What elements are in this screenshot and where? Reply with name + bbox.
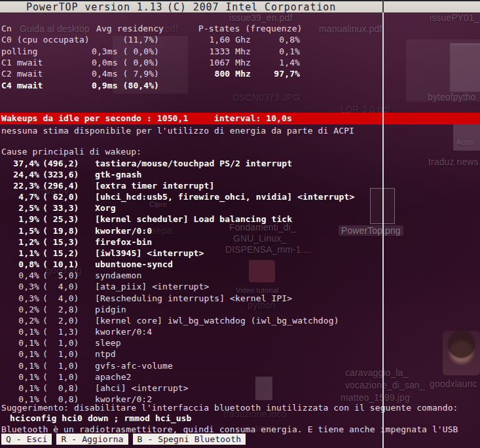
key-hint-button[interactable]: B - Spegni Bluetooth [133,434,246,445]
acpi-estimate-line: nessuna stima disponibile per l'utilizzo… [0,125,480,136]
desktop-icon-label: byteofpytho [428,92,476,102]
wakeup-row: 37,4%(496,2)tastiera/mouse/touchpad PS/2… [0,158,480,169]
cstate-col-pstates: P-states (frequenze) [198,23,303,34]
wakeups-alert-bar: Wakeups da idle per secondo : 1050,1 int… [0,113,480,124]
desktop-icon-label: issuePY01_i [430,12,480,23]
wakeup-row: 0,1%( 1,0)apache2 [0,371,480,383]
desktop-icon-label: DSCN0373.JPG [232,92,300,103]
wakeup-row: 0,1%( 1,0)ntpd [0,348,480,360]
window-edge-line-top [382,0,384,12]
cstate-col-avg: Avg residency [96,23,164,34]
desktop-icon-label: Austr [456,138,473,146]
wakeup-row: 0,1%( 1,3)kworker/0:4 [0,326,480,337]
wakeup-row: 1,1%( 15,2)[iwl3945] <interrupt> [0,248,480,259]
wakeup-row: 0,1%( 1,0)sleep [0,337,480,348]
wakeups-count-label: Wakeups da idle per secondo : 1050,1 [1,113,188,124]
suggestion-line: Suggerimento: disabilitare l'interfaccia… [0,402,480,413]
cstate-row: C2 mwait0,4ms ( 7,9%)800 Mhz97,7% [0,68,480,79]
wakeup-row: 0,2%( 2,8)pidgin [0,304,480,315]
wakeup-causes-header: Cause principali di wakeup: [0,146,480,157]
powertop-terminal-screen: issue39_en.pdfGuida al desktopu.pdfmanua… [0,0,480,448]
wakeup-row: 0,8%( 10,1)ubuntuone-syncd [0,259,480,270]
key-hint-button[interactable]: R - Aggiorna [56,434,128,445]
cstate-col-cn: Cn [1,23,12,34]
key-hint-bar: Q - EsciR - AggiornaB - Spegni Bluetooth [1,434,246,445]
wakeup-row: 22,3%(296,4)[extra timer interrupt] [0,180,480,191]
wakeup-row: 0,1%( 1,0)gvfs-afc-volume [0,360,480,371]
suggestion-command: hciconfig hci0 down ; rmmod hci_usb [0,413,480,424]
wakeup-row: 0,4%( 5,0)syndaemon [0,270,480,281]
key-hint-button[interactable]: Q - Esci [1,434,52,445]
window-edge-line [382,12,384,448]
cstate-row: C4 mwait0,9ms (80,4%) [0,80,480,91]
cstate-table-header: Cn Avg residency P-states (frequenze) [0,23,480,34]
copyright-label: (C) 2007 Intel Corporation [167,1,336,13]
desktop-icon-label: issue39_en.pdf [229,12,292,23]
wakeup-row: 0,3%( 4,0)[Rescheduling interrupts] <ker… [0,293,480,304]
interval-label: interval: 10,0s [214,113,292,124]
wakeup-row: 0,3%( 4,0)[ata_piix] <interrupt> [0,281,480,292]
wakeup-row: 24,4%(323,6)gtk-gnash [0,169,480,180]
cstate-row: C0 (cpu occupata) (11,7%)1,60 Ghz0,8% [0,34,480,45]
wakeup-row: 1,2%( 15,3)firefox-bin [0,236,480,248]
cstate-row: polling0,3ms ( 0,0%)1333 Mhz0,1% [0,46,480,57]
wakeup-row: 1,5%( 19,8)kworker/0:0 [0,225,480,236]
wakeup-row: 0,2%( 2,0)[kernel core] iwl_bg_watchdog … [0,315,480,326]
app-title: PowerTOP version 1.13 [26,1,163,13]
cstate-row: C1 mwait0,0ms ( 0,0%)1067 Mhz1,4% [0,57,480,68]
wakeup-row: 4,7%( 62,0)[uhci_hcd:usb5, firewire_ohci… [0,191,480,202]
wakeup-row: 2,5%( 33,3)Xorg [0,202,480,214]
wakeup-row: 1,9%( 25,3)[kernel scheduler] Load balan… [0,214,480,225]
wakeup-row: 0,1%( 0,8)[ahci] <interrupt> [0,383,480,394]
titlebar: PowerTOP version 1.13 (C) 2007 Intel Cor… [0,0,480,12]
